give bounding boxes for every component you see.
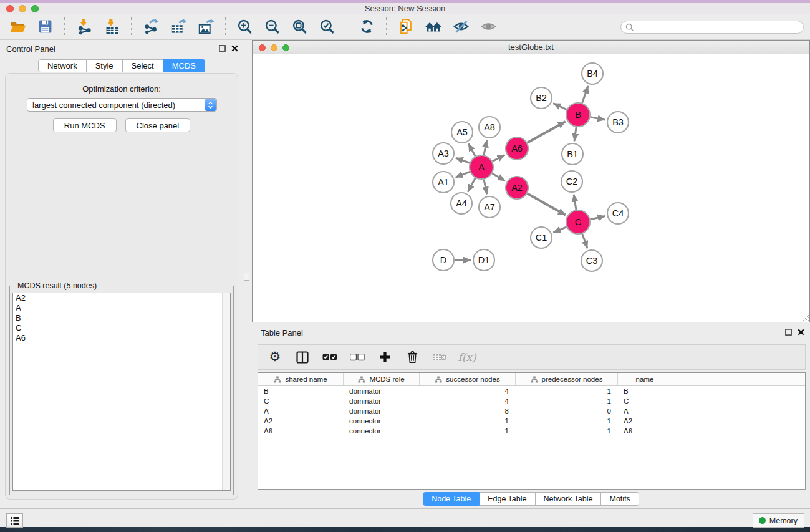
import-table-button[interactable]: [98, 16, 125, 38]
graph-node-A8[interactable]: A8: [479, 117, 500, 138]
graph-edge-B-B1[interactable]: [574, 127, 576, 141]
float-panel-icon[interactable]: [219, 45, 226, 52]
export-network-button[interactable]: [137, 16, 165, 38]
result-list-item[interactable]: A6: [13, 333, 230, 343]
close-window-button[interactable]: [6, 5, 14, 12]
graph-node-A6[interactable]: A6: [506, 137, 528, 160]
table-tab-network-table[interactable]: Network Table: [536, 492, 602, 506]
tab-mcds[interactable]: MCDS: [163, 59, 205, 72]
graph-node-A4[interactable]: A4: [451, 193, 472, 214]
node-table[interactable]: shared nameMCDS rolesuccessor nodesprede…: [258, 372, 806, 490]
close-panel-icon[interactable]: [231, 45, 238, 52]
graph-edge-A-A1[interactable]: [456, 172, 470, 177]
graph-node-A5[interactable]: A5: [451, 122, 473, 143]
graph-node-A3[interactable]: A3: [433, 143, 454, 164]
graph-node-B2[interactable]: B2: [531, 87, 552, 109]
column-header-successor-nodes[interactable]: successor nodes: [420, 373, 516, 385]
graph-node-A2[interactable]: A2: [506, 177, 528, 199]
float-panel-icon[interactable]: [785, 329, 792, 336]
table-row[interactable]: Bdominator41B: [258, 386, 805, 396]
table-row[interactable]: A6connector11A6: [258, 426, 805, 436]
optimization-criterion-select[interactable]: largest connected component (directed): [27, 98, 217, 112]
graph-node-A7[interactable]: A7: [479, 196, 500, 218]
graph-edge-A2-C[interactable]: [528, 193, 566, 215]
close-panel-icon[interactable]: [798, 329, 804, 336]
graph-node-C2[interactable]: C2: [561, 171, 582, 192]
zoom-fit-button[interactable]: [286, 16, 314, 38]
graph-edge-A-A3[interactable]: [456, 158, 470, 163]
result-list-item[interactable]: A: [13, 303, 230, 313]
network-canvas[interactable]: B4B2BB3A8A5A6B1A3AC2A1A2A4A7C4CC1C3DD1: [253, 54, 809, 322]
graph-edge-A6-B[interactable]: [528, 122, 566, 143]
delete-button[interactable]: [403, 347, 422, 367]
graph-node-A1[interactable]: A1: [433, 172, 454, 193]
show-eye-button[interactable]: [475, 16, 502, 38]
task-history-button[interactable]: [6, 513, 23, 528]
network-window-titlebar[interactable]: testGlobe.txt: [253, 41, 809, 54]
graph-edge-B-B2[interactable]: [553, 104, 567, 110]
table-tab-motifs[interactable]: Motifs: [601, 492, 639, 506]
function-button[interactable]: f(x): [458, 347, 476, 367]
search-box[interactable]: [620, 21, 804, 34]
export-image-button[interactable]: [192, 16, 219, 38]
graph-node-B1[interactable]: B1: [562, 143, 583, 165]
export-table-button[interactable]: [165, 16, 192, 38]
add-column-button[interactable]: [375, 347, 394, 367]
zoom-window-button[interactable]: [31, 5, 39, 12]
graph-node-B3[interactable]: B3: [607, 112, 629, 133]
duplicate-network-button[interactable]: [392, 16, 420, 38]
graph-edge-A-A8[interactable]: [484, 140, 487, 155]
graph-edge-A-A5[interactable]: [468, 143, 475, 156]
run-mcds-button[interactable]: Run MCDS: [53, 118, 117, 132]
graph-edge-A-A2[interactable]: [492, 173, 505, 181]
minimize-network-button[interactable]: [271, 44, 277, 51]
minimize-window-button[interactable]: [19, 5, 26, 12]
graph-node-B[interactable]: B: [566, 103, 590, 127]
graph-edge-C-C2[interactable]: [574, 195, 576, 210]
splitter-handle-left[interactable]: [244, 273, 249, 281]
graph-edge-A-A4[interactable]: [468, 178, 475, 192]
select-all-button[interactable]: [321, 347, 339, 367]
graph-node-B4[interactable]: B4: [582, 63, 603, 84]
graph-edge-C-C4[interactable]: [591, 216, 605, 219]
refresh-button[interactable]: [353, 16, 380, 38]
mcds-result-list[interactable]: A2ABCA6: [12, 293, 231, 491]
graph-node-C4[interactable]: C4: [607, 203, 629, 224]
zoom-in-button[interactable]: [231, 16, 259, 38]
zoom-selected-button[interactable]: [314, 16, 341, 38]
table-tab-node-table[interactable]: Node Table: [423, 492, 480, 506]
delete-table-button[interactable]: [430, 347, 449, 367]
result-list-item[interactable]: B: [13, 313, 230, 323]
deselect-all-button[interactable]: [348, 347, 367, 367]
column-header-predecessor-nodes[interactable]: predecessor nodes: [516, 373, 618, 385]
resize-grip-icon[interactable]: [801, 313, 809, 321]
column-header-name[interactable]: name: [618, 373, 672, 385]
graph-edge-B-B4[interactable]: [582, 86, 589, 103]
zoom-out-button[interactable]: [259, 16, 286, 38]
tab-network[interactable]: Network: [38, 59, 87, 72]
import-network-button[interactable]: [70, 16, 98, 38]
save-session-button[interactable]: [31, 16, 59, 38]
result-scrollbar[interactable]: [222, 293, 230, 490]
gear-button[interactable]: ⚙: [266, 347, 284, 367]
column-header-shared-name[interactable]: shared name: [258, 373, 344, 385]
open-file-button[interactable]: [4, 16, 31, 38]
graph-edge-C-C1[interactable]: [553, 227, 566, 233]
table-row[interactable]: Cdominator41C: [258, 396, 805, 406]
graph-node-D[interactable]: D: [433, 249, 454, 271]
hide-eye-button[interactable]: [447, 16, 475, 38]
tab-select[interactable]: Select: [123, 59, 163, 72]
graph-node-D1[interactable]: D1: [473, 249, 494, 271]
memory-button[interactable]: Memory: [753, 513, 804, 528]
zoom-network-button[interactable]: [282, 44, 289, 51]
search-input[interactable]: [637, 22, 803, 32]
tab-style[interactable]: Style: [87, 59, 123, 72]
graph-node-C1[interactable]: C1: [531, 227, 552, 248]
graph-node-C3[interactable]: C3: [581, 250, 602, 271]
graph-edge-B-B3[interactable]: [591, 117, 605, 120]
graph-edge-A-A6[interactable]: [493, 155, 505, 161]
columns-button[interactable]: [293, 347, 312, 367]
result-list-item[interactable]: A2: [13, 293, 230, 303]
column-header-MCDS-role[interactable]: MCDS role: [344, 373, 420, 385]
home-button[interactable]: [420, 16, 447, 38]
